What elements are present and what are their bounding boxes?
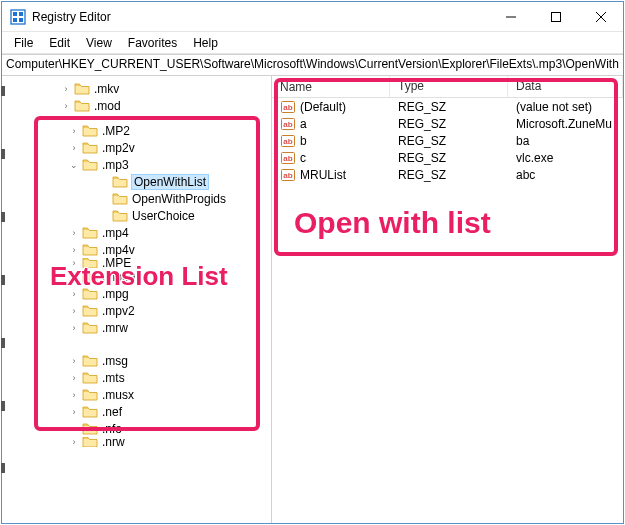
string-value-icon: ab bbox=[280, 99, 296, 115]
maximize-button[interactable] bbox=[533, 2, 578, 31]
menubar: File Edit View Favorites Help bbox=[2, 32, 623, 54]
folder-icon bbox=[82, 422, 98, 436]
folder-icon bbox=[82, 304, 98, 318]
chevron-right-icon[interactable]: › bbox=[68, 142, 80, 154]
folder-icon bbox=[82, 124, 98, 138]
svg-rect-4 bbox=[19, 18, 23, 22]
tree-item[interactable]: ›.nrw bbox=[64, 437, 271, 447]
folder-icon bbox=[82, 388, 98, 402]
tree-item[interactable]: ›.MP2 bbox=[64, 122, 271, 139]
tree-item[interactable]: ›.mp4 bbox=[64, 224, 271, 241]
chevron-right-icon[interactable]: › bbox=[68, 322, 80, 334]
list-row[interactable]: ab(Default)REG_SZ(value not set) bbox=[272, 98, 623, 115]
chevron-right-icon[interactable]: › bbox=[60, 100, 72, 112]
tree-item-label: .mrw bbox=[102, 321, 128, 335]
svg-text:ab: ab bbox=[283, 137, 292, 146]
registry-editor-window: Registry Editor File Edit View Favorites… bbox=[1, 1, 624, 524]
chevron-right-icon[interactable]: › bbox=[68, 125, 80, 137]
value-data: (value not set) bbox=[508, 100, 623, 114]
chevron-right-icon[interactable]: › bbox=[68, 389, 80, 401]
column-header-data[interactable]: Data bbox=[508, 76, 623, 97]
value-data: Microsoft.ZuneMu bbox=[508, 117, 623, 131]
column-header-name[interactable]: Name bbox=[272, 76, 390, 97]
tree-item[interactable]: ›.nef bbox=[64, 403, 271, 420]
menu-edit[interactable]: Edit bbox=[41, 34, 78, 52]
chevron-right-icon[interactable]: › bbox=[68, 406, 80, 418]
chevron-right-icon[interactable]: › bbox=[68, 372, 80, 384]
window-title: Registry Editor bbox=[32, 10, 488, 24]
tree-item[interactable]: ›.nfo bbox=[64, 420, 271, 437]
tree-item[interactable]: ›.mpv2 bbox=[64, 302, 271, 319]
chevron-right-icon[interactable]: › bbox=[60, 83, 72, 95]
column-header-type[interactable]: Type bbox=[390, 76, 508, 97]
svg-rect-1 bbox=[13, 12, 17, 16]
minimize-button[interactable] bbox=[488, 2, 533, 31]
tree-item[interactable]: OpenWithProgids bbox=[94, 190, 271, 207]
tree-item-label: .mts bbox=[102, 371, 125, 385]
value-data: vlc.exe bbox=[508, 151, 623, 165]
folder-icon bbox=[74, 99, 90, 113]
list-body: ab(Default)REG_SZ(value not set)abaREG_S… bbox=[272, 98, 623, 183]
string-value-icon: ab bbox=[280, 133, 296, 149]
tree-pane[interactable]: ›.mkv›.mod›.MP2›.mp2v⌄.mp3OpenWithListOp… bbox=[2, 76, 272, 523]
chevron-right-icon[interactable]: › bbox=[68, 244, 80, 256]
string-value-icon: ab bbox=[280, 167, 296, 183]
tree-item[interactable]: ›.mp4v bbox=[64, 241, 271, 258]
menu-file[interactable]: File bbox=[6, 34, 41, 52]
value-name: (Default) bbox=[300, 100, 346, 114]
value-name: c bbox=[300, 151, 306, 165]
tree-item[interactable]: ›.mod bbox=[56, 97, 271, 114]
svg-text:ab: ab bbox=[283, 120, 292, 129]
list-row[interactable]: abbREG_SZba bbox=[272, 132, 623, 149]
titlebar: Registry Editor bbox=[2, 2, 623, 32]
list-row[interactable]: abMRUListREG_SZabc bbox=[272, 166, 623, 183]
tree-item[interactable]: ›.mkv bbox=[56, 80, 271, 97]
tree-item-label: .MP2 bbox=[102, 124, 130, 138]
tree-item[interactable]: ›.msg bbox=[64, 352, 271, 369]
tree-item[interactable]: UserChoice bbox=[94, 207, 271, 224]
tree-item[interactable]: ›.musx bbox=[64, 386, 271, 403]
chevron-right-icon[interactable]: › bbox=[68, 423, 80, 435]
value-data: ba bbox=[508, 134, 623, 148]
address-bar[interactable]: Computer\HKEY_CURRENT_USER\Software\Micr… bbox=[2, 54, 623, 76]
tree-item-label: .nrw bbox=[102, 437, 125, 447]
svg-rect-2 bbox=[19, 12, 23, 16]
chevron-right-icon[interactable]: › bbox=[68, 355, 80, 367]
chevron-right-icon[interactable]: › bbox=[68, 227, 80, 239]
tree-item[interactable]: OpenWithList bbox=[94, 173, 271, 190]
close-button[interactable] bbox=[578, 2, 623, 31]
value-name: a bbox=[300, 117, 307, 131]
svg-rect-6 bbox=[551, 12, 560, 21]
chevron-right-icon[interactable]: › bbox=[68, 437, 80, 447]
tree-item[interactable]: ⌄.mp3 bbox=[64, 156, 271, 173]
list-row[interactable]: abaREG_SZMicrosoft.ZuneMu bbox=[272, 115, 623, 132]
content-area: ›.mkv›.mod›.MP2›.mp2v⌄.mp3OpenWithListOp… bbox=[2, 76, 623, 523]
chevron-down-icon[interactable]: ⌄ bbox=[68, 159, 80, 171]
value-type: REG_SZ bbox=[390, 100, 508, 114]
tree-item[interactable]: ›.mp2v bbox=[64, 139, 271, 156]
menu-view[interactable]: View bbox=[78, 34, 120, 52]
value-name: b bbox=[300, 134, 307, 148]
folder-icon bbox=[112, 175, 128, 189]
svg-text:ab: ab bbox=[283, 171, 292, 180]
tree-item-label: OpenWithList bbox=[132, 175, 208, 189]
tree-item-label: .mod bbox=[94, 99, 121, 113]
app-icon bbox=[10, 9, 26, 25]
tree-item[interactable]: ›.MPE bbox=[64, 258, 271, 268]
tree-item[interactable]: ›.mpg bbox=[64, 285, 271, 302]
list-pane[interactable]: Name Type Data ab(Default)REG_SZ(value n… bbox=[272, 76, 623, 523]
tree-item[interactable]: ›.mpeg bbox=[64, 268, 271, 285]
tree-item[interactable]: ›.mts bbox=[64, 369, 271, 386]
chevron-right-icon[interactable]: › bbox=[68, 305, 80, 317]
menu-help[interactable]: Help bbox=[185, 34, 226, 52]
folder-icon bbox=[82, 141, 98, 155]
tree-item[interactable]: ›.mrw bbox=[64, 319, 271, 336]
value-type: REG_SZ bbox=[390, 168, 508, 182]
chevron-right-icon[interactable]: › bbox=[68, 271, 80, 283]
list-row[interactable]: abcREG_SZvlc.exe bbox=[272, 149, 623, 166]
value-type: REG_SZ bbox=[390, 151, 508, 165]
chevron-right-icon[interactable]: › bbox=[68, 258, 80, 268]
string-value-icon: ab bbox=[280, 116, 296, 132]
chevron-right-icon[interactable]: › bbox=[68, 288, 80, 300]
menu-favorites[interactable]: Favorites bbox=[120, 34, 185, 52]
